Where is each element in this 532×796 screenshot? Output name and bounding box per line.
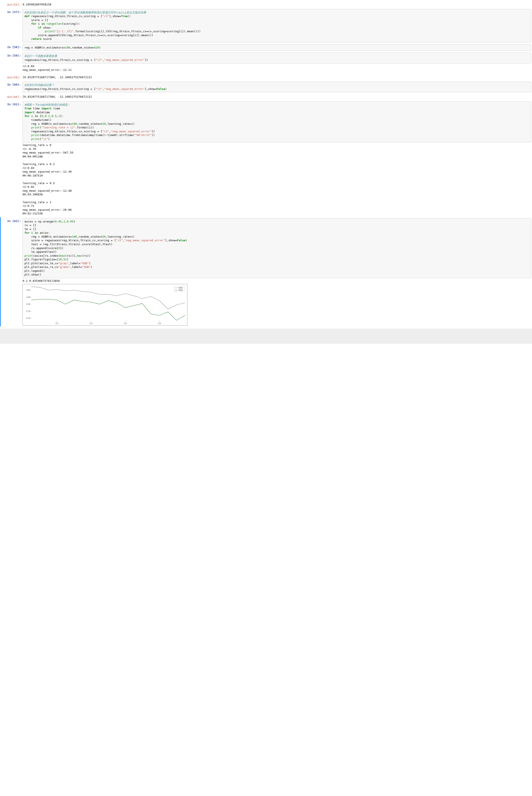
svg-text:0.2: 0.2 [56,322,58,325]
prompt-in57: In [57]: [1,9,22,42]
output-out55: 9.105002897058158 [22,2,531,7]
code-in58[interactable]: reg = XGBR(n_estimators=180,random_state… [22,44,531,51]
stdout-in61: learning_rate = 0 r2:-6.76 neg_mean_squa… [22,142,531,216]
svg-text:XGB: XGB [178,287,183,289]
cell-out59: Out[59]: [0.8320775188717384, -12.108527… [0,74,532,81]
prompt-out60: Out[60]: [1,94,22,100]
svg-text:0.8: 0.8 [158,322,161,325]
comment-text: #首先我们先来定义一个评分函数，这个评分函数能够帮助我们直接打印Xtrain上的… [24,11,146,14]
cell-in57: In [57]: #首先我们先来定义一个评分函数，这个评分函数能够帮助我们直接打… [0,8,532,43]
cell-out60: Out[60]: [0.8320775188717384, -12.108527… [0,93,532,100]
svg-text:0.6: 0.6 [124,322,127,325]
code-in57[interactable]: #首先我们先来定义一个评分函数，这个评分函数能够帮助我们直接打印Xtrain上的… [22,9,531,42]
cell-in59: In [59]: #运行一下函数来看看效果 regassess(reg,Xtra… [0,52,532,73]
stdout-in62: 0.1 0.8354667578172856 [22,278,531,284]
cell-in60: In [60]: #关闭打印功能试试看？ regassess(reg,Xtrai… [0,81,532,93]
line-chart-svg: 0.700.750.800.850.900.20.40.60.8XGBXGB [23,284,187,325]
stdout-in59: r2:0.83 neg_mean_squared_error:-12.11 [22,63,531,73]
cell-in62: In [62]: axisx = np.arange(0.05,1,0.05) … [0,217,532,327]
svg-text:0.70: 0.70 [26,317,30,319]
prompt-in59: In [59]: [1,53,22,73]
svg-text:0.90: 0.90 [26,289,30,291]
prompt-out55: Out[55]: [1,2,22,7]
cell-in58: In [58]: reg = XGBR(n_estimators=180,ran… [0,43,532,52]
cell-out55: Out[55]: 9.105002897058158 [0,1,532,8]
svg-text:0.75: 0.75 [26,310,30,312]
code-in61[interactable]: #观察一下eta如何影响我们的模型： from time import time… [22,101,531,142]
code-in60[interactable]: #关闭打印功能试试看？ regassess(reg,Xtrain,Ytrain,… [22,82,531,92]
output-out59: [0.8320775188717384, -12.108527537667213… [22,75,531,80]
chart-output: 0.700.750.800.850.900.20.40.60.8XGBXGB [22,284,187,326]
svg-text:XGB: XGB [178,289,183,291]
svg-text:0.4: 0.4 [90,322,93,325]
code-in62[interactable]: axisx = np.arange(0.05,1,0.05) rs = [] t… [22,218,531,278]
prompt-in58: In [58]: [1,44,22,51]
prompt-in62: In [62]: [1,218,22,326]
notebook-container: Out[55]: 9.105002897058158 In [57]: #首先我… [0,0,532,327]
output-out60: [0.8320775188717384, -12.108527537667213… [22,94,531,100]
page-footer-spacer [0,329,532,344]
svg-text:0.80: 0.80 [26,303,30,306]
cell-in61: In [61]: #观察一下eta如何影响我们的模型： from time im… [0,100,532,217]
svg-text:0.85: 0.85 [26,296,30,298]
prompt-out59: Out[59]: [1,75,22,80]
prompt-in61: In [61]: [1,101,22,216]
kw-def: def [24,15,30,18]
code-in59[interactable]: #运行一下函数来看看效果 regassess(reg,Xtrain,Ytrain… [22,53,531,63]
prompt-in60: In [60]: [1,82,22,92]
